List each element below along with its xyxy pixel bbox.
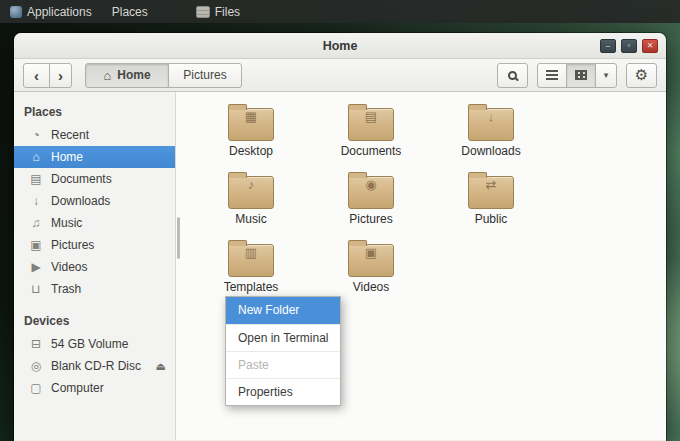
folder-icon: ⇄ bbox=[467, 170, 515, 210]
applications-menu[interactable]: Applications bbox=[0, 0, 102, 23]
sidebar-item-label: Computer bbox=[51, 381, 104, 395]
sidebar-item-music[interactable]: ♫ Music bbox=[14, 212, 175, 234]
sidebar-item-label: Documents bbox=[51, 172, 112, 186]
sidebar-item-trash[interactable]: ⊔ Trash bbox=[14, 278, 175, 300]
applications-menu-label: Applications bbox=[27, 5, 92, 19]
recent-icon: ◔ bbox=[29, 128, 43, 142]
list-view-icon bbox=[546, 70, 558, 80]
breadcrumb-pictures-label: Pictures bbox=[183, 68, 226, 82]
search-button[interactable] bbox=[497, 63, 528, 88]
breadcrumb-home-label: Home bbox=[117, 68, 150, 82]
sidebar-item-label: Trash bbox=[51, 282, 81, 296]
minimize-button[interactable]: – bbox=[600, 39, 616, 53]
sidebar-item-label: Downloads bbox=[51, 194, 110, 208]
sidebar-item-label: 54 GB Volume bbox=[51, 337, 128, 351]
menu-item-open-in-terminal[interactable]: Open in Terminal bbox=[226, 324, 340, 351]
eject-icon[interactable]: ⏏ bbox=[156, 360, 166, 373]
sidebar-item-documents[interactable]: ▤ Documents bbox=[14, 168, 175, 190]
search-icon bbox=[508, 71, 517, 80]
sidebar-item-pictures[interactable]: ▣ Pictures bbox=[14, 234, 175, 256]
sidebar-item-label: Recent bbox=[51, 128, 89, 142]
harddisk-icon: ⊟ bbox=[29, 337, 43, 351]
folder-pictures[interactable]: ◉ Pictures bbox=[311, 170, 431, 230]
context-menu: New Folder Open in Terminal Paste Proper… bbox=[225, 296, 341, 406]
places-menu[interactable]: Places bbox=[102, 0, 158, 23]
applications-icon bbox=[10, 6, 22, 18]
list-view-button[interactable] bbox=[537, 63, 567, 88]
view-switcher: ▾ bbox=[537, 63, 617, 88]
folder-icon: ▤ bbox=[347, 102, 395, 142]
toolbar: ‹ › ⌂ Home Pictures bbox=[14, 59, 666, 92]
folder-templates[interactable]: ▥ Templates bbox=[191, 238, 311, 298]
menu-item-properties[interactable]: Properties bbox=[226, 378, 340, 405]
folder-label: Music bbox=[235, 212, 266, 226]
folder-icon: ◉ bbox=[347, 170, 395, 210]
sidebar-item-54gb-volume[interactable]: ⊟ 54 GB Volume bbox=[14, 333, 175, 355]
folder-label: Templates bbox=[224, 280, 279, 294]
toolbar-right: ▾ ⚙ bbox=[497, 63, 657, 88]
files-icon bbox=[196, 6, 210, 18]
sidebar-item-label: Music bbox=[51, 216, 82, 230]
breadcrumb-pictures[interactable]: Pictures bbox=[168, 63, 242, 88]
folder-label: Public bbox=[475, 212, 508, 226]
forward-button[interactable]: › bbox=[49, 63, 72, 88]
sidebar-heading-places: Places bbox=[14, 97, 175, 124]
active-app-indicator[interactable]: Files bbox=[186, 0, 250, 23]
sidebar-item-blank-cdr-disc[interactable]: ◎ Blank CD-R Disc ⏏ bbox=[14, 355, 175, 377]
folder-videos[interactable]: ▣ Videos bbox=[311, 238, 431, 298]
folder-icon: ▥ bbox=[227, 238, 275, 278]
sidebar-item-recent[interactable]: ◔ Recent bbox=[14, 124, 175, 146]
folder-music[interactable]: ♪ Music bbox=[191, 170, 311, 230]
titlebar[interactable]: Home – ▫ ✕ bbox=[14, 33, 666, 59]
gear-icon: ⚙ bbox=[635, 66, 648, 84]
window-controls: – ▫ ✕ bbox=[600, 39, 658, 53]
files-window: Home – ▫ ✕ ‹ › ⌂ Home Pictures bbox=[14, 33, 666, 441]
folder-icon: ↓ bbox=[467, 102, 515, 142]
sidebar-item-label: Pictures bbox=[51, 238, 94, 252]
folder-icon: ▣ bbox=[347, 238, 395, 278]
back-button[interactable]: ‹ bbox=[23, 63, 50, 88]
documents-icon: ▤ bbox=[29, 172, 43, 186]
view-options-button[interactable]: ▾ bbox=[595, 63, 617, 88]
sidebar-item-computer[interactable]: ▢ Computer bbox=[14, 377, 175, 399]
breadcrumb-home[interactable]: ⌂ Home bbox=[85, 63, 169, 88]
sidebar-heading-devices: Devices bbox=[14, 306, 175, 333]
chevron-down-icon: ▾ bbox=[604, 70, 609, 80]
folder-desktop[interactable]: ▦ Desktop bbox=[191, 102, 311, 162]
folder-documents[interactable]: ▤ Documents bbox=[311, 102, 431, 162]
grid-view-icon bbox=[575, 70, 587, 80]
downloads-icon: ↓ bbox=[29, 194, 43, 208]
top-panel: Applications Places Files bbox=[0, 0, 680, 23]
menu-item-paste[interactable]: Paste bbox=[226, 351, 340, 378]
sidebar-item-downloads[interactable]: ↓ Downloads bbox=[14, 190, 175, 212]
home-icon: ⌂ bbox=[103, 68, 111, 83]
sidebar-item-label: Blank CD-R Disc bbox=[51, 359, 141, 373]
folder-downloads[interactable]: ↓ Downloads bbox=[431, 102, 551, 162]
menu-item-new-folder[interactable]: New Folder bbox=[226, 297, 340, 324]
settings-button[interactable]: ⚙ bbox=[626, 63, 657, 88]
sidebar-item-videos[interactable]: ▶ Videos bbox=[14, 256, 175, 278]
close-button[interactable]: ✕ bbox=[642, 39, 658, 53]
breadcrumb: ⌂ Home Pictures bbox=[85, 63, 242, 88]
folder-public[interactable]: ⇄ Public bbox=[431, 170, 551, 230]
home-icon: ⌂ bbox=[29, 150, 43, 164]
active-app-label: Files bbox=[215, 5, 240, 19]
videos-icon: ▶ bbox=[29, 260, 43, 274]
maximize-button[interactable]: ▫ bbox=[621, 39, 637, 53]
computer-icon: ▢ bbox=[29, 381, 43, 395]
folder-label: Pictures bbox=[349, 212, 392, 226]
files-grid: ▦ Desktop ▤ Documents ↓ Downloads ♪ Musi… bbox=[191, 102, 666, 298]
folder-icon: ♪ bbox=[227, 170, 275, 210]
folder-label: Downloads bbox=[461, 144, 520, 158]
scrollbar-thumb[interactable] bbox=[177, 217, 180, 259]
trash-icon: ⊔ bbox=[29, 282, 43, 296]
folder-label: Videos bbox=[353, 280, 389, 294]
window-title: Home bbox=[14, 33, 666, 59]
sidebar: Places ◔ Recent ⌂ Home ▤ Documents ↓ Dow… bbox=[14, 92, 176, 440]
pictures-icon: ▣ bbox=[29, 238, 43, 252]
grid-view-button[interactable] bbox=[566, 63, 596, 88]
folder-icon: ▦ bbox=[227, 102, 275, 142]
places-menu-label: Places bbox=[112, 5, 148, 19]
sidebar-item-label: Home bbox=[51, 150, 83, 164]
sidebar-item-home[interactable]: ⌂ Home bbox=[14, 146, 175, 168]
